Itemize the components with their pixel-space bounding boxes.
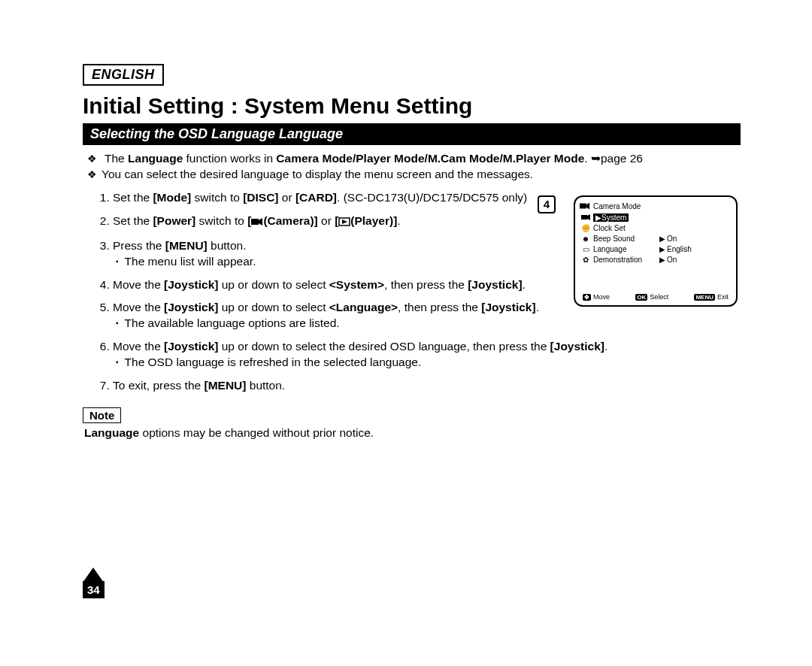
svg-marker-1 (259, 218, 262, 226)
ok-badge: OK (635, 294, 647, 301)
sub-item: The available language options are liste… (116, 316, 571, 331)
osd-menu-item: ✿ Demonstration ▶ On (580, 254, 732, 265)
player-icon (338, 215, 350, 231)
page-number: 34 (83, 568, 105, 598)
gear-icon: ✿ (580, 256, 592, 264)
osd-menu-selected: ▶System (580, 212, 732, 223)
face-icon: ☻ (580, 235, 592, 243)
section-heading: Selecting the OSD Language Language (83, 123, 741, 145)
camera-mode-icon (580, 201, 590, 210)
svg-rect-6 (581, 215, 587, 219)
note-text: Language options may be changed without … (83, 426, 741, 440)
step-item: Move the [Joystick] up or down to select… (113, 277, 571, 293)
osd-title: Camera Mode (593, 202, 641, 210)
svg-rect-4 (580, 204, 586, 209)
svg-marker-3 (342, 219, 347, 224)
sub-item: The OSD language is refreshed in the sel… (116, 355, 741, 371)
osd-menu-item: ▭ Language ▶ English (580, 244, 732, 254)
step-item: To exit, press the [MENU] button. (113, 378, 741, 394)
language-tag: ENGLISH (83, 64, 164, 86)
manual-page: ENGLISH Initial Setting : System Menu Se… (0, 0, 812, 666)
menu-badge: MENU (694, 294, 715, 301)
svg-rect-0 (251, 219, 259, 225)
intro-item: The Language function works in Camera Mo… (101, 151, 741, 167)
svg-marker-5 (586, 203, 589, 210)
note-label: Note (83, 407, 121, 423)
step-item: Press the [MENU] button. The menu list w… (113, 238, 571, 270)
camera-small-icon (580, 213, 592, 221)
hand-icon: ✊ (580, 224, 592, 232)
step-item: Move the [Joystick] up or down to select… (113, 339, 741, 371)
osd-menu-item: ✊ Clock Set (580, 223, 732, 233)
page-ref-icon: ➥ (591, 152, 601, 165)
intro-list: The Language function works in Camera Mo… (83, 151, 741, 183)
osd-screen: Camera Mode ▶System ✊ Clock Set ☻ Beep S… (574, 195, 738, 307)
osd-figure: 4 Camera Mode ▶System ✊ Clock Set ☻ (560, 195, 741, 307)
figure-number: 4 (538, 195, 556, 213)
osd-footer: ✥Move OKSelect MENUExit (583, 293, 729, 301)
page-number-arrow-icon (83, 568, 104, 583)
display-icon: ▭ (580, 245, 592, 253)
svg-marker-7 (587, 214, 590, 220)
sub-item: The menu list will appear. (116, 254, 571, 270)
camera-icon (251, 215, 263, 231)
step-item: Set the [Power] switch to [(Camera)] or … (113, 213, 571, 231)
osd-menu-item: ☻ Beep Sound ▶ On (580, 233, 732, 244)
step-item: Move the [Joystick] up or down to select… (113, 300, 571, 331)
move-icon: ✥ (583, 294, 591, 301)
step-item: Set the [Mode] switch to [DISC] or [CARD… (113, 190, 571, 206)
page-title: Initial Setting : System Menu Setting (83, 93, 741, 119)
intro-item: You can select the desired language to d… (101, 167, 741, 183)
